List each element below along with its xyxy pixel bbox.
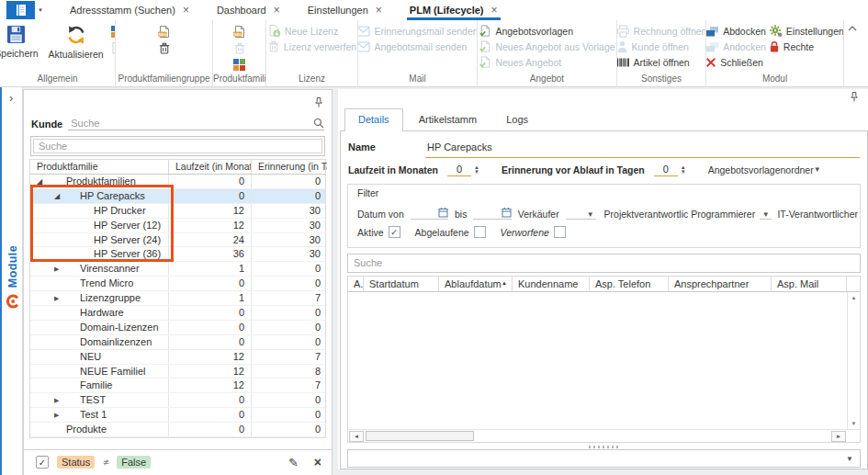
tree-row-domainlizenzen[interactable]: Domainlizenzen00 <box>30 335 325 350</box>
tree-row-hardware[interactable]: Hardware00 <box>30 306 325 321</box>
schliessen-button[interactable]: Schließen <box>706 54 763 70</box>
close-tab-icon[interactable]: × <box>376 5 382 16</box>
column-header-produktfamilie[interactable]: Produktfamilie <box>30 160 168 174</box>
tab-details[interactable]: Details <box>344 108 403 131</box>
artikel-oeffnen-button[interactable]: Artikel öffnen <box>617 54 690 70</box>
app-menu-button[interactable] <box>6 1 35 19</box>
tree-search-input[interactable]: Suche <box>33 139 322 153</box>
tree-row-hp-drucker[interactable]: HP Drucker1230 <box>30 204 325 219</box>
column-header-erinnerung-in-tag[interactable]: Erinnerung (in Tag... <box>251 160 327 174</box>
scroll-down-icon[interactable]: ▼ <box>851 421 857 426</box>
pin-icon[interactable] <box>850 91 859 103</box>
calendar-icon[interactable] <box>438 207 448 218</box>
datum-von-input[interactable] <box>411 205 448 220</box>
filter-field-badge[interactable]: Status <box>57 456 95 469</box>
tree-row-produktfamilien[interactable]: ◢Produktfamilien00 <box>30 175 325 189</box>
laufzeit-spinner[interactable]: 0 ▲▼ <box>447 164 479 176</box>
filter-operator[interactable]: ≠ <box>103 457 108 468</box>
scroll-right-icon[interactable]: ► <box>831 431 846 442</box>
tree-row-virenscanner[interactable]: ▶Virenscanner10 <box>30 262 325 277</box>
spinner-arrows-icon[interactable]: ▲▼ <box>474 165 479 175</box>
column-header-asp-mail[interactable]: Asp. Mail <box>772 277 847 291</box>
expand-node-icon[interactable]: ▶ <box>54 291 59 305</box>
verworfene-checkbox[interactable] <box>554 226 566 238</box>
collapse-node-icon[interactable]: ◢ <box>37 175 42 188</box>
verkaeufer-dropdown[interactable]: ▼ <box>566 205 596 220</box>
horizontal-scrollbar[interactable]: ◄ ► <box>348 429 860 442</box>
expand-node-icon[interactable]: ▶ <box>54 393 59 407</box>
kunde-search-input[interactable]: Suche <box>68 118 324 130</box>
collapse-node-icon[interactable]: ◢ <box>54 189 60 203</box>
spinner-arrows-icon[interactable]: ▲▼ <box>681 165 686 175</box>
vertical-scrollbar[interactable]: ▲ ▼ <box>847 292 860 429</box>
angebotsvorlagen-button[interactable]: Angebotsvorlagen <box>479 23 573 39</box>
erinnerung-spinner[interactable]: 0 ▲▼ <box>654 164 686 176</box>
tab-artikelstamm[interactable]: Artikelstamm <box>405 108 491 131</box>
tree-row-trend-micro[interactable]: Trend Micro00 <box>30 277 325 291</box>
datum-bis-input[interactable] <box>473 205 511 220</box>
einstellungen-button[interactable]: Einstellungen <box>769 23 844 39</box>
doc-new-button[interactable]: NEU <box>232 23 246 40</box>
tree-row-familie[interactable]: Familie127 <box>30 379 325 393</box>
tree-row-test[interactable]: ▶TEST00 <box>30 393 325 408</box>
tree-row-lizenzgruppe[interactable]: ▶Lizenzgruppe17 <box>30 291 325 306</box>
close-tab-icon[interactable]: × <box>183 5 189 16</box>
module-strip-tab[interactable]: Module <box>2 245 23 309</box>
document-tab-plm-lifecycle[interactable]: PLM (Lifecycle)× <box>396 0 512 20</box>
scroll-left-icon[interactable]: ◄ <box>349 431 364 442</box>
tree-row-test-1[interactable]: ▶Test 100 <box>30 408 325 423</box>
trash-button[interactable] <box>158 40 171 56</box>
tree-row-neu[interactable]: NEU127 <box>30 350 325 365</box>
close-tab-icon[interactable]: × <box>491 5 498 16</box>
document-tab-adressstamm-suchen[interactable]: Adressstamm (Suchen)× <box>56 0 203 20</box>
tree-row-hp-server-36[interactable]: HP Server (36)3630 <box>30 247 325 262</box>
splitter-handle[interactable] <box>589 446 620 448</box>
column-header-ansprechpartner[interactable]: Ansprechpartner <box>669 277 772 291</box>
abdocken-button[interactable]: Abdocken <box>706 23 766 39</box>
column-header-startdatum[interactable]: Startdatum <box>364 277 439 291</box>
aktualisieren-button[interactable]: Aktualisieren <box>45 23 107 62</box>
clear-filter-icon[interactable]: × <box>314 456 321 469</box>
results-search-input[interactable]: Suche <box>347 254 861 273</box>
app-menu-caret-icon[interactable]: ▼ <box>38 7 43 13</box>
projektverantwortlich-dropdown[interactable]: ▼ <box>760 205 772 220</box>
column-header-asp-telefon[interactable]: Asp. Telefon <box>590 277 669 291</box>
filter-value-badge[interactable]: False <box>117 456 151 469</box>
column-header-laufzeit-in-monat[interactable]: Laufzeit (in Monat... <box>168 160 251 174</box>
expand-node-icon[interactable]: ▶ <box>54 408 59 422</box>
document-tab-dashboard[interactable]: Dashboard× <box>203 0 294 20</box>
close-tab-icon[interactable]: × <box>274 5 280 16</box>
laufzeit-value[interactable]: 0 <box>447 164 471 176</box>
bottom-combobox[interactable]: ▼ <box>347 449 861 468</box>
tree-row-hp-server-12[interactable]: HP Server (12)1230 <box>30 219 325 233</box>
angebotsvorlagen-dropdown[interactable]: ▼ <box>814 166 821 174</box>
speichern-button[interactable]: Speichern <box>0 23 42 61</box>
scrollbar-thumb[interactable] <box>366 431 474 441</box>
scroll-up-icon[interactable]: ▲ <box>851 295 857 300</box>
pin-icon[interactable] <box>314 96 323 108</box>
doc-new-button[interactable]: NEU <box>157 23 171 40</box>
abgelaufene-checkbox[interactable] <box>474 226 486 238</box>
tab-logs[interactable]: Logs <box>492 108 542 131</box>
tree-row-domain-lizenzen[interactable]: Domain-Lizenzen00 <box>30 321 325 335</box>
projektverantwortlich-value[interactable]: Programmierer <box>691 209 755 220</box>
tree-row-neue-familiel[interactable]: NEUE Familiel128 <box>30 365 325 379</box>
expand-panel-chevron-icon[interactable]: › <box>9 91 13 105</box>
tree-row-hp-server-24[interactable]: HP Server (24)2430 <box>30 233 325 248</box>
ribbon-collapse-icon[interactable] <box>848 26 857 31</box>
edit-filter-icon[interactable]: ✎ <box>288 456 299 469</box>
name-input[interactable]: HP Carepacks <box>425 139 860 158</box>
column-header-kundenname[interactable]: Kundenname <box>513 277 590 291</box>
filter-enabled-checkbox[interactable]: ✓ <box>36 456 49 469</box>
erinnerung-value[interactable]: 0 <box>654 164 678 176</box>
rechte-button[interactable]: Rechte <box>769 39 814 54</box>
tree-row-produkte[interactable]: Produkte00 <box>30 423 325 437</box>
column-header-ablaufdatum[interactable]: Ablaufdatum▲ <box>439 277 513 291</box>
calendar-icon[interactable] <box>502 207 512 218</box>
document-tab-einstellungen[interactable]: Einstellungen× <box>294 0 396 20</box>
grid-button[interactable] <box>233 56 245 73</box>
aktive-checkbox[interactable]: ✓ <box>389 226 400 238</box>
tree-row-hp-carepacks[interactable]: ◢HP Carepacks00 <box>30 189 325 204</box>
expand-node-icon[interactable]: ▶ <box>54 262 59 276</box>
column-header-a[interactable]: A. <box>348 277 364 291</box>
